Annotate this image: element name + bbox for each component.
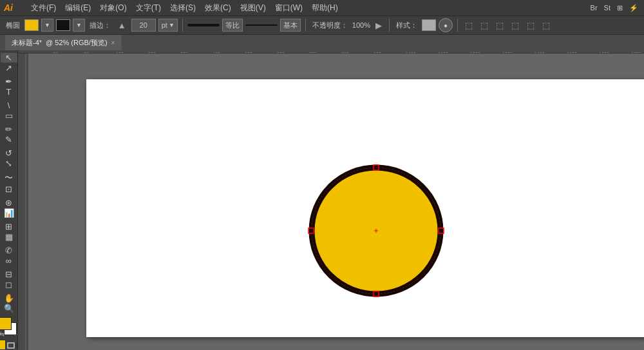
- opacity-value: 100%: [352, 21, 370, 29]
- menu-file[interactable]: 文件(F): [27, 1, 60, 15]
- selection-tool[interactable]: ↖: [1, 53, 17, 63]
- color-mode-row: [0, 340, 18, 350]
- stock-icon[interactable]: St: [602, 3, 612, 12]
- canvas-with-ruler: [18, 53, 644, 350]
- blend-tool[interactable]: ∞: [1, 256, 17, 266]
- fill-swatch[interactable]: [24, 19, 39, 31]
- divider-1: [182, 19, 183, 32]
- menu-object[interactable]: 对象(O): [96, 1, 130, 15]
- arrange-icon-2[interactable]: ⬚: [478, 19, 491, 32]
- paintbrush-tool[interactable]: ✏: [1, 124, 17, 134]
- style-circle-btn[interactable]: ●: [439, 18, 453, 32]
- symbol-sprayer-tool[interactable]: ⊛: [1, 198, 17, 208]
- scale-tool[interactable]: ⤡: [1, 159, 17, 168]
- stroke-style-dropdown[interactable]: 等比: [222, 19, 243, 32]
- stroke-dropdown[interactable]: ▼: [73, 19, 85, 32]
- options-bar: 椭圆 ▼ ▼ 描边： ▲ pt ▼ 等比 基本 不透明度： 100% ▶ 样式：…: [0, 15, 644, 35]
- type-tool[interactable]: T: [1, 87, 17, 97]
- style-label: 样式：: [394, 21, 419, 30]
- pencil-tool[interactable]: ✎: [1, 135, 17, 144]
- stroke-label: 描边：: [88, 21, 113, 30]
- color-mode-btn[interactable]: [0, 340, 6, 350]
- arrange-icon-4[interactable]: ⬚: [509, 19, 522, 32]
- gradient-mode-btn[interactable]: [7, 342, 15, 349]
- stroke-width-input[interactable]: [131, 19, 156, 32]
- stroke-up-icon[interactable]: ▲: [115, 19, 129, 32]
- menu-help[interactable]: 帮助(H): [308, 1, 342, 15]
- stroke-unit-dropdown[interactable]: pt ▼: [158, 19, 178, 32]
- menu-window[interactable]: 窗口(W): [271, 1, 307, 15]
- canvas-viewport[interactable]: [28, 53, 644, 350]
- svg-rect-40: [18, 53, 28, 350]
- column-graph-tool[interactable]: 📊: [1, 208, 17, 218]
- opacity-label: 不透明度：: [310, 21, 350, 30]
- fill-dropdown[interactable]: ▼: [41, 19, 53, 32]
- menu-view[interactable]: 视图(V): [236, 1, 270, 15]
- main-area: ↖ ↗ ✒ T \ ▭ ✏ ✎ ↺ ⤡ 〜 ⊡ ⊛ 📊 ⊞ ▦ ✆ ∞ ⊟ ◻ …: [0, 50, 644, 350]
- hand-tool[interactable]: ✋: [1, 293, 17, 303]
- ellipse-container: [305, 163, 447, 298]
- menu-edit[interactable]: 编辑(E): [61, 1, 95, 15]
- artboard: [86, 79, 644, 337]
- arrange-icon-5[interactable]: ⬚: [524, 19, 537, 32]
- title-bar-right: Br St ⊞ ⚡: [589, 3, 640, 13]
- tab-close-button[interactable]: ×: [111, 39, 115, 46]
- line-tool[interactable]: \: [1, 101, 17, 110]
- arrange-icon-1[interactable]: ⬚: [462, 19, 475, 32]
- menu-bar: 文件(F) 编辑(E) 对象(O) 文字(T) 选择(S) 效果(C) 视图(V…: [27, 1, 342, 15]
- power-icon[interactable]: ⚡: [627, 3, 640, 13]
- menu-select[interactable]: 选择(S): [166, 1, 200, 15]
- tab-title: 未标题-4*: [12, 38, 42, 48]
- divider-4: [457, 19, 458, 32]
- divider-2: [305, 19, 306, 32]
- slice-tool[interactable]: ⊟: [1, 269, 17, 279]
- tab-details: @ 52% (RGB/预览): [46, 38, 108, 48]
- menu-text[interactable]: 文字(T): [132, 1, 165, 15]
- divider-3: [389, 19, 390, 32]
- free-transform-tool[interactable]: ⊡: [1, 184, 17, 194]
- gradient-tool[interactable]: ▦: [1, 232, 17, 242]
- pen-tool[interactable]: ✒: [1, 77, 17, 86]
- foreground-color-swatch[interactable]: [0, 317, 12, 330]
- tab-bar: 未标题-4* @ 52% (RGB/预览) ×: [0, 35, 644, 50]
- stroke-thick-line: [187, 24, 220, 26]
- app-logo: Ai: [4, 3, 22, 13]
- arrange-icon-6[interactable]: ⬚: [540, 19, 553, 32]
- color-swatch-pair: [0, 317, 18, 330]
- stroke-thin-line: [245, 24, 278, 26]
- mesh-tool[interactable]: ⊞: [1, 222, 17, 231]
- warp-tool[interactable]: 〜: [1, 172, 17, 184]
- left-ruler: [18, 53, 28, 350]
- title-bar: Ai 文件(F) 编辑(E) 对象(O) 文字(T) 选择(S) 效果(C) 视…: [0, 0, 644, 15]
- zoom-tool[interactable]: 🔍: [1, 304, 17, 313]
- rotate-tool[interactable]: ↺: [1, 148, 17, 158]
- grid-icon[interactable]: ⊞: [615, 3, 625, 13]
- tool-label: 椭圆: [4, 21, 22, 30]
- rectangle-tool[interactable]: ▭: [1, 111, 17, 121]
- direct-selection-tool[interactable]: ↗: [1, 63, 17, 73]
- menu-effect[interactable]: 效果(C): [201, 1, 235, 15]
- stroke-base-dropdown[interactable]: 基本: [280, 19, 301, 32]
- stroke-swatch[interactable]: [56, 19, 70, 31]
- eyedropper-tool[interactable]: ✆: [1, 246, 17, 255]
- left-toolbar: ↖ ↗ ✒ T \ ▭ ✏ ✎ ↺ ⤡ 〜 ⊡ ⊛ 📊 ⊞ ▦ ✆ ∞ ⊟ ◻ …: [0, 50, 18, 350]
- ellipse-svg: [305, 163, 447, 298]
- eraser-tool[interactable]: ◻: [1, 280, 17, 289]
- arrange-icon-3[interactable]: ⬚: [493, 19, 506, 32]
- document-tab[interactable]: 未标题-4* @ 52% (RGB/预览) ×: [5, 35, 122, 50]
- canvas-area: -802012022032042052062072082092010201120…: [18, 50, 644, 350]
- stroke-base-preview: [245, 24, 278, 26]
- stroke-style-preview: [187, 24, 220, 26]
- opacity-expand-icon[interactable]: ▶: [373, 19, 384, 32]
- style-swatch[interactable]: [422, 19, 436, 31]
- bridge-icon[interactable]: Br: [589, 3, 600, 12]
